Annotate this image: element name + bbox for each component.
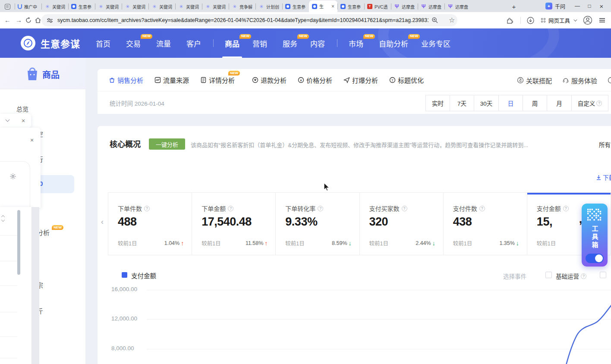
browser-tab[interactable]: Ψ达摩盘 <box>418 1 444 12</box>
range-week[interactable]: 周 <box>523 95 547 111</box>
range-month[interactable]: 月 <box>547 95 572 111</box>
window-maximize-button[interactable]: □ <box>583 0 595 12</box>
window-close-button[interactable]: × <box>595 0 608 12</box>
browser-tab[interactable]: 生意参 <box>337 1 364 12</box>
metric-card-order-cvr[interactable]: 下单转化率? 9.33% 较前1日8.59%↓ <box>276 193 359 255</box>
site-settings-icon[interactable] <box>47 17 53 24</box>
one-click-analyze-button[interactable]: 一键分析 <box>149 138 185 150</box>
gear-icon[interactable] <box>9 173 16 180</box>
browser-menu-icon[interactable] <box>599 17 605 24</box>
active-nav-indicator <box>222 56 242 58</box>
shield-icon <box>18 4 22 9</box>
related-match-link[interactable]: 关联搭配 <box>517 76 552 85</box>
tab-refund-analysis[interactable]: 退款分析 <box>252 75 287 85</box>
chevron-down-icon[interactable] <box>573 18 577 21</box>
toolbox-toggle[interactable] <box>586 254 604 263</box>
service-experience-link[interactable]: 服务体验 <box>562 76 597 85</box>
bookmark-star-icon[interactable]: ☆ <box>449 16 455 24</box>
browser-tab[interactable]: ✳计划创 <box>255 1 282 12</box>
clipped-right-text[interactable]: 所有 <box>599 140 611 149</box>
tab-sales-analysis[interactable]: 销售分析 <box>109 75 143 85</box>
forward-icon[interactable]: → <box>16 16 22 24</box>
nav-item-customer[interactable]: 客户 <box>186 38 201 49</box>
app-brand[interactable]: 生意参谋 <box>41 36 80 50</box>
event-checkbox[interactable] <box>545 272 552 278</box>
browser-tab[interactable]: ✳关键词 <box>202 1 229 12</box>
nav-item-content[interactable]: 内容 <box>310 38 325 49</box>
range-realtime[interactable]: 实时 <box>425 95 450 111</box>
divider <box>520 17 521 24</box>
tab-hit-analysis[interactable]: 打爆分析 <box>343 75 378 85</box>
nav-item-traffic[interactable]: 流量 <box>156 38 171 49</box>
scrollbar-thumb[interactable] <box>17 210 20 275</box>
tab-title-optimize[interactable]: T 标题优化 <box>389 75 424 85</box>
browser-tab[interactable]: ✳关键词 <box>122 1 148 12</box>
close-icon[interactable]: × <box>22 118 25 124</box>
sidebar-item-overview[interactable]: 总览 <box>16 104 28 113</box>
metric-card-order-items[interactable]: 下单件数? 488 较前1日1.04%↑ <box>108 193 192 255</box>
floating-popup-panel: × <box>0 128 41 208</box>
asterisk-icon: ✳ <box>232 4 237 9</box>
section-title: 核心概况 <box>110 138 141 149</box>
nav-item-business-zone[interactable]: 业务专区 <box>421 38 450 49</box>
profile-avatar-icon[interactable] <box>583 16 592 25</box>
apps-grid-icon[interactable] <box>541 18 545 22</box>
url-field[interactable]: sycm.taobao.com/cc/item_archives?activeK… <box>41 14 457 26</box>
browser-tab[interactable]: 生意参 <box>68 1 95 12</box>
browser-tab[interactable]: 推广中 <box>15 1 41 12</box>
nav-item-marketing[interactable]: 营销 <box>252 38 267 49</box>
metric-card-pay-items[interactable]: 支付件数? 438 较前1日1.35%↓ <box>444 193 527 255</box>
range-custom[interactable]: 自定义? <box>571 95 608 111</box>
browser-tab[interactable]: Ψ达摩盘 <box>391 1 418 12</box>
back-icon[interactable]: ← <box>4 16 11 24</box>
nav-item-home[interactable]: 首页 <box>96 38 110 49</box>
compare-label: 较前1日 <box>537 239 556 247</box>
expander-icon[interactable] <box>2 216 4 221</box>
close-icon[interactable]: × <box>30 137 34 143</box>
tab-close-icon[interactable]: × <box>331 4 334 9</box>
zoom-icon[interactable] <box>431 17 438 24</box>
event-option-label[interactable]: 基础运营? <box>556 272 586 280</box>
reload-icon[interactable] <box>25 17 32 24</box>
range-day[interactable]: 日 <box>498 95 523 111</box>
sidebar-item-active[interactable]: 0 <box>37 175 74 193</box>
toolbox-widget[interactable]: 工具箱 <box>582 204 608 267</box>
event-checkbox-2[interactable] <box>600 272 606 278</box>
web-tools-label[interactable]: 网页工具 <box>548 16 570 25</box>
metric-label: 下单转化率? <box>285 204 350 213</box>
nav-item-trade[interactable]: 交易NEW <box>126 38 141 49</box>
sycm-logo-icon[interactable] <box>21 36 35 50</box>
home-icon[interactable] <box>35 17 41 24</box>
browser-tab[interactable] <box>0 1 15 12</box>
select-event-label[interactable]: 选择事件 <box>503 272 526 280</box>
tab-traffic-source[interactable]: 流量来源 <box>154 75 189 85</box>
tab-detail-analysis[interactable]: 详情分析 NEW <box>200 75 235 85</box>
metric-card-pay-buyers[interactable]: 支付买家数? 320 较前1日2.44%↓ <box>360 193 444 255</box>
legend-label[interactable]: 支付金额 <box>131 271 156 280</box>
new-tab-button[interactable]: + <box>508 1 520 12</box>
nav-item-service[interactable]: 服务NEW <box>283 38 297 49</box>
tab-price-analysis[interactable]: ¥ 价格分析 <box>298 75 332 85</box>
download-icon[interactable] <box>527 17 534 24</box>
browser-tab[interactable]: ✳竞争解 <box>229 1 255 12</box>
cards-scroll-left-icon[interactable]: ‹ <box>101 217 104 226</box>
window-minimize-button[interactable]: — <box>571 0 583 12</box>
browser-tab[interactable]: ✳关键词 <box>148 1 175 12</box>
range-30d[interactable]: 30天 <box>474 95 499 111</box>
chevron-down-icon[interactable] <box>6 118 10 122</box>
browser-tab-active[interactable]: 生× <box>309 0 337 12</box>
browser-tab[interactable]: ✳关键词 <box>95 1 122 12</box>
browser-tab[interactable]: Ψ达摩盘 <box>444 1 471 12</box>
nav-item-product[interactable]: 商品NEW <box>225 38 239 49</box>
browser-tab[interactable]: 生意参 <box>282 1 309 12</box>
browser-tab[interactable]: ✳关键词 <box>41 1 68 12</box>
extensions-icon[interactable] <box>506 17 513 24</box>
range-7d[interactable]: 7天 <box>450 95 474 111</box>
browser-tab[interactable]: TPVC透 <box>364 1 391 12</box>
browser-tab[interactable]: ✳关键词 <box>175 1 202 12</box>
download-link[interactable]: 下载 <box>596 173 611 182</box>
nav-item-market[interactable]: 市场NEW <box>349 38 363 49</box>
metric-card-order-amount[interactable]: 下单金额? 17,540.48 较前1日11.58%↑ <box>192 193 276 255</box>
clipped-icon[interactable] <box>608 77 611 84</box>
nav-item-self-analysis[interactable]: 自助分析NEW <box>379 38 408 49</box>
